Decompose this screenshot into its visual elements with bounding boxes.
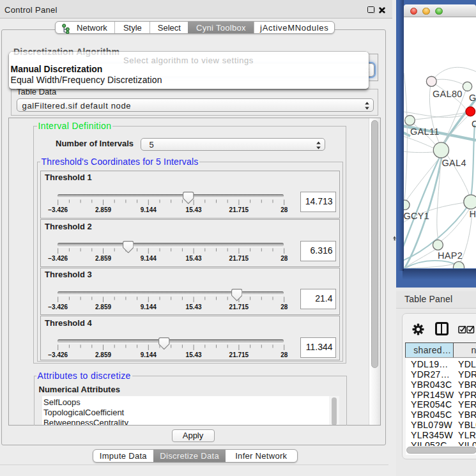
svg-text:GAL11: GAL11 [410, 127, 440, 137]
svg-text:GAL4: GAL4 [442, 158, 466, 168]
svg-text:H: H [470, 209, 476, 219]
svg-text:GAL80: GAL80 [433, 88, 463, 98]
svg-text:HAP2: HAP2 [438, 250, 463, 261]
svg-text:GCY1: GCY1 [404, 210, 429, 220]
svg-text:C: C [472, 119, 476, 129]
svg-text:GA: GA [469, 93, 476, 103]
